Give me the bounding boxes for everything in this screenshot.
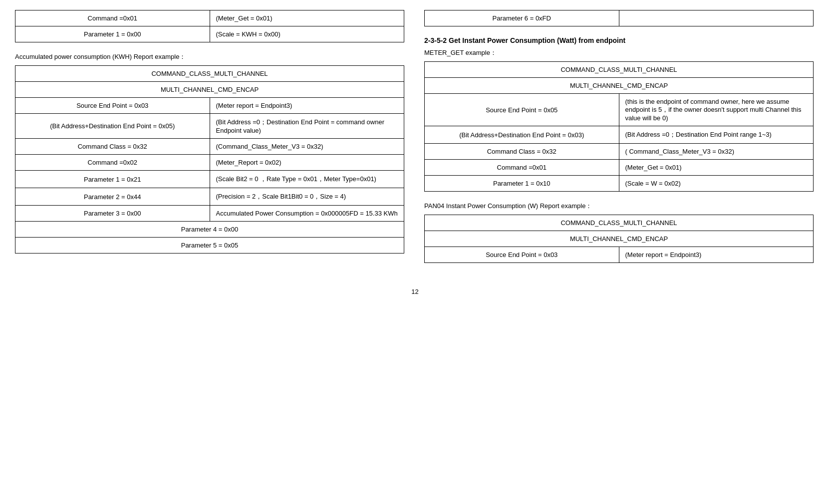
table-cell-left: Parameter 6 = 0xFD [425, 10, 619, 26]
table-row-full: MULTI_CHANNEL_CMD_ENCAP [425, 78, 814, 94]
page-layout: Command =0x01(Meter_Get = 0x01)Parameter… [15, 10, 814, 273]
table-cell-left: Parameter 1 = 0x10 [425, 176, 619, 192]
table-cell-right: (Precision = 2，Scale Bit1Bit0 = 0，Size =… [210, 188, 404, 206]
table-cell-left: Parameter 2 = 0x44 [15, 188, 210, 206]
table-cell-right: (Meter_Report = 0x02) [210, 155, 404, 171]
page-number: 12 [15, 288, 815, 295]
table-cell-left: Source End Point = 0x03 [15, 98, 210, 114]
meter-get-table: COMMAND_CLASS_MULTI_CHANNELMULTI_CHANNEL… [424, 61, 814, 192]
table-row-full: Parameter 5 = 0x05 [15, 238, 404, 253]
table-cell-left: Command =0x01 [425, 160, 619, 176]
top-partial-table-left: Command =0x01(Meter_Get = 0x01)Parameter… [15, 10, 404, 42]
table-cell-right: (Scale = KWH = 0x00) [210, 26, 404, 42]
table-cell-right: (Meter_Get = 0x01) [210, 10, 404, 26]
table-cell-left: Command =0x02 [15, 155, 210, 171]
table-cell-left: Source End Point = 0x03 [425, 247, 619, 263]
table-cell-left: Command =0x01 [15, 10, 210, 26]
table-cell-right: (Command_Class_Meter_V3 = 0x32) [210, 139, 404, 155]
table-row-full: MULTI_CHANNEL_CMD_ENCAP [15, 82, 404, 98]
section-heading: 2-3-5-2 Get Instant Power Consumption (W… [424, 36, 814, 44]
table-cell-left: Parameter 3 = 0x00 [15, 206, 210, 222]
table-cell-left: Command Class = 0x32 [425, 144, 619, 160]
accumulated-section-label: Accumulated power consumption (KWH) Repo… [15, 52, 404, 61]
top-partial-table-right: Parameter 6 = 0xFD [424, 10, 814, 26]
table-cell-left: Parameter 1 = 0x00 [15, 26, 210, 42]
table-row-full: COMMAND_CLASS_MULTI_CHANNEL [15, 66, 404, 82]
table-cell-right [619, 10, 814, 26]
table-row-full: MULTI_CHANNEL_CMD_ENCAP [425, 231, 814, 247]
accumulated-table: COMMAND_CLASS_MULTI_CHANNELMULTI_CHANNEL… [15, 65, 404, 253]
table-cell-right: (this is the endpoint of command owner, … [619, 94, 814, 126]
table-cell-left: Parameter 1 = 0x21 [15, 171, 210, 188]
table-cell-left: (Bit Address+Destination End Point = 0x0… [425, 126, 619, 144]
table-cell-right: ( Command_Class_Meter_V3 = 0x32) [619, 144, 814, 160]
table-cell-right: (Scale Bit2 = 0 ，Rate Type = 0x01，Meter … [210, 171, 404, 188]
left-column: Command =0x01(Meter_Get = 0x01)Parameter… [15, 10, 404, 273]
table-cell-right: (Scale = W = 0x02) [619, 176, 814, 192]
table-row-full: COMMAND_CLASS_MULTI_CHANNEL [425, 215, 814, 231]
table-cell-left: (Bit Address+Destination End Point = 0x0… [15, 114, 210, 139]
table-cell-right: (Bit Address =0；Destination End Point = … [210, 114, 404, 139]
table-row-full: Parameter 4 = 0x00 [15, 222, 404, 238]
pan04-table: COMMAND_CLASS_MULTI_CHANNELMULTI_CHANNEL… [424, 215, 814, 263]
table-cell-right: (Meter report = Endpoint3) [619, 247, 814, 263]
table-cell-right: (Bit Address =0；Destination End Point ra… [619, 126, 814, 144]
table-cell-right: (Meter report = Endpoint3) [210, 98, 404, 114]
table-cell-left: Command Class = 0x32 [15, 139, 210, 155]
table-row-full: COMMAND_CLASS_MULTI_CHANNEL [425, 62, 814, 78]
table-cell-right: Accumulated Power Consumption = 0x000005… [210, 206, 404, 222]
table-cell-right: (Meter_Get = 0x01) [619, 160, 814, 176]
pan04-label: PAN04 Instant Power Consumption (W) Repo… [424, 202, 814, 211]
table-cell-left: Source End Point = 0x05 [425, 94, 619, 126]
right-column: Parameter 6 = 0xFD 2-3-5-2 Get Instant P… [424, 10, 814, 273]
meter-get-label: METER_GET example： [424, 48, 814, 57]
